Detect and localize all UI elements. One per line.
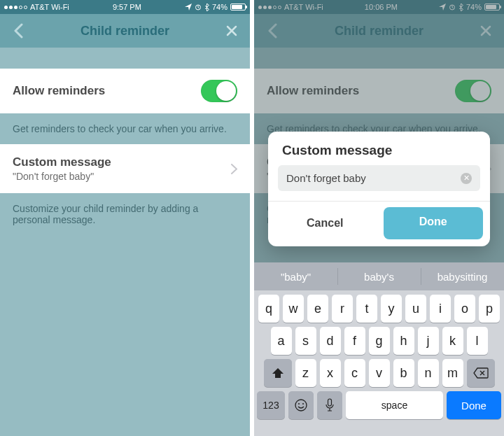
nav-title: Child reminder	[27, 24, 223, 38]
numbers-key[interactable]: 123	[257, 391, 285, 419]
key-o[interactable]: o	[454, 295, 475, 323]
battery-pct: 74%	[466, 3, 482, 11]
carrier-label: AT&T Wi-Fi	[30, 3, 69, 11]
dictation-key[interactable]	[317, 391, 342, 419]
custom-message-value: "Don't forget baby"	[13, 171, 111, 182]
key-e[interactable]: e	[307, 295, 328, 323]
key-c[interactable]: c	[344, 359, 365, 387]
suggestion-3[interactable]: babysitting	[421, 262, 504, 290]
key-n[interactable]: n	[418, 359, 439, 387]
nav-bar: Child reminder	[0, 14, 250, 48]
key-j[interactable]: j	[418, 327, 439, 355]
cancel-button[interactable]: Cancel	[275, 207, 375, 239]
allow-reminders-toggle[interactable]	[201, 80, 237, 102]
status-right: 74%	[439, 3, 500, 11]
key-d[interactable]: d	[320, 327, 341, 355]
screenshot-left: AT&T Wi-Fi 9:57 PM 74% Child reminder Al…	[0, 0, 250, 436]
key-w[interactable]: w	[283, 295, 304, 323]
status-left: AT&T Wi-Fi	[4, 3, 69, 11]
key-b[interactable]: b	[393, 359, 414, 387]
key-h[interactable]: h	[393, 327, 414, 355]
modal-title: Custom message	[268, 132, 490, 165]
svg-point-2	[295, 400, 307, 411]
key-m[interactable]: m	[442, 359, 463, 387]
allow-reminders-row: Allow reminders	[0, 69, 250, 113]
keyboard: "baby" baby's babysitting qwertyuiop asd…	[254, 262, 504, 436]
alarm-icon	[195, 3, 202, 10]
battery-pct: 74%	[212, 3, 227, 11]
signal-dots	[4, 6, 27, 9]
key-u[interactable]: u	[405, 295, 426, 323]
allow-reminders-row: Allow reminders	[254, 69, 504, 113]
modal-buttons: Cancel Done	[268, 201, 490, 246]
modal-input-text: Don't forget baby	[286, 172, 461, 184]
status-right: 74%	[185, 3, 246, 11]
key-g[interactable]: g	[369, 327, 390, 355]
key-l[interactable]: l	[467, 327, 488, 355]
key-f[interactable]: f	[344, 327, 365, 355]
svg-point-4	[302, 403, 304, 405]
space-key[interactable]: space	[346, 391, 443, 419]
custom-message-title: Custom message	[13, 155, 111, 169]
key-s[interactable]: s	[295, 327, 316, 355]
key-i[interactable]: i	[430, 295, 451, 323]
allow-reminders-label: Allow reminders	[13, 84, 105, 98]
bluetooth-icon	[458, 3, 463, 11]
clock-label: 9:57 PM	[113, 3, 141, 11]
key-t[interactable]: t	[356, 295, 377, 323]
key-k[interactable]: k	[442, 327, 463, 355]
keyboard-row-3: zxcvbnm	[254, 355, 504, 387]
svg-rect-5	[328, 399, 332, 406]
status-bar: AT&T Wi-Fi 10:06 PM 74%	[254, 0, 504, 14]
clock-label: 10:06 PM	[365, 3, 398, 11]
nav-title: Child reminder	[281, 24, 477, 38]
keyboard-row-4: 123 space Done	[254, 387, 504, 423]
key-x[interactable]: x	[320, 359, 341, 387]
close-button[interactable]	[477, 22, 494, 39]
key-r[interactable]: r	[332, 295, 353, 323]
key-z[interactable]: z	[295, 359, 316, 387]
svg-point-3	[298, 403, 300, 405]
custom-message-text: Custom message "Don't forget baby"	[13, 155, 111, 182]
allow-reminders-label: Allow reminders	[267, 84, 359, 98]
custom-message-modal: Custom message Don't forget baby ✕ Cance…	[268, 132, 490, 246]
keyboard-row-1: qwertyuiop	[254, 290, 504, 323]
key-q[interactable]: q	[258, 295, 279, 323]
custom-message-hint: Customize your child reminder by adding …	[0, 193, 250, 235]
suggestion-2[interactable]: baby's	[337, 262, 421, 290]
back-button[interactable]	[264, 22, 281, 39]
carrier-label: AT&T Wi-Fi	[284, 3, 323, 11]
key-a[interactable]: a	[271, 327, 292, 355]
clear-text-icon[interactable]: ✕	[461, 173, 472, 184]
return-key[interactable]: Done	[447, 391, 501, 419]
status-bar: AT&T Wi-Fi 9:57 PM 74%	[0, 0, 250, 14]
nav-bar: Child reminder	[254, 14, 504, 48]
key-p[interactable]: p	[479, 295, 500, 323]
battery-icon	[484, 3, 500, 10]
shift-key[interactable]	[264, 359, 292, 387]
signal-dots	[258, 6, 281, 9]
close-button[interactable]	[223, 22, 240, 39]
back-button[interactable]	[10, 22, 27, 39]
done-button[interactable]: Done	[384, 207, 484, 239]
modal-input[interactable]: Don't forget baby ✕	[278, 165, 480, 191]
screenshot-right: AT&T Wi-Fi 10:06 PM 74% Child reminder A…	[254, 0, 504, 436]
suggestion-bar: "baby" baby's babysitting	[254, 262, 504, 290]
backspace-key[interactable]	[467, 359, 495, 387]
battery-icon	[230, 3, 246, 10]
location-icon	[185, 3, 192, 10]
status-left: AT&T Wi-Fi	[258, 3, 323, 11]
key-y[interactable]: y	[381, 295, 402, 323]
alarm-icon	[449, 3, 456, 10]
bluetooth-icon	[204, 3, 209, 11]
allow-reminders-hint: Get reminders to check your car when you…	[0, 113, 250, 144]
chevron-right-icon	[231, 164, 237, 174]
keyboard-row-2: asdfghjkl	[254, 323, 504, 355]
key-v[interactable]: v	[369, 359, 390, 387]
allow-reminders-toggle[interactable]	[455, 80, 491, 102]
emoji-key[interactable]	[288, 391, 314, 419]
location-icon	[439, 3, 446, 10]
suggestion-1[interactable]: "baby"	[254, 262, 337, 290]
custom-message-row[interactable]: Custom message "Don't forget baby"	[0, 144, 250, 193]
